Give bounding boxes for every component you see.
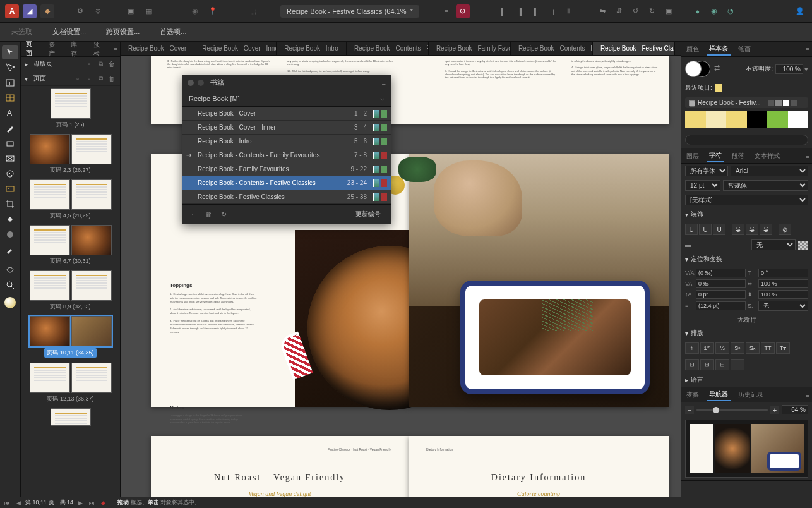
reset-deco-button[interactable]: ⊘	[779, 224, 791, 235]
tab-paragraph[interactable]: 段落	[729, 150, 747, 162]
picture-frame-tool[interactable]	[2, 152, 18, 166]
fill-color-well[interactable]	[685, 61, 702, 77]
node-tool[interactable]	[2, 61, 18, 75]
typo-btn[interactable]: ⊡	[685, 359, 699, 370]
thumb-size-icon[interactable]: ▫	[73, 74, 82, 83]
del-page-icon[interactable]: 🗑	[107, 74, 116, 83]
swatch[interactable]	[726, 111, 747, 128]
page-thumb[interactable]: 页码 8,9 (32,33)	[23, 270, 117, 311]
doc-tab[interactable]: Recipe Book - Festive Clas...	[593, 42, 675, 55]
color-well-tool[interactable]	[2, 296, 18, 310]
doc-tab[interactable]: Recipe Book - Contents - F...	[347, 42, 429, 55]
last-page-button[interactable]: ⏭	[87, 499, 96, 507]
doc-tab[interactable]: Recipe Book - Intro	[277, 42, 347, 55]
rotate-cw-icon[interactable]: ↻	[645, 4, 659, 18]
prev-page-button[interactable]: ◀	[14, 499, 23, 507]
font-group-select[interactable]: 所有字体	[685, 166, 728, 176]
transparency-tool[interactable]	[2, 227, 18, 241]
flip-v-icon[interactable]: ⇵	[612, 4, 626, 18]
preferences-button[interactable]: 首选项...	[155, 25, 191, 39]
cloud-3-icon[interactable]: ◔	[724, 4, 737, 18]
cloud-1-icon[interactable]: ●	[691, 4, 705, 18]
book-chapter-item[interactable]: Recipe Book - Contents - Festive Classic…	[182, 176, 391, 190]
page-thumb[interactable]: 页码 12,13 (36,37)	[23, 363, 117, 403]
char-style-select[interactable]: [无样式]	[685, 195, 808, 205]
language-section[interactable]: ▸语言	[681, 373, 812, 387]
doc-tab[interactable]: Recipe Book - Cover	[121, 42, 194, 55]
tab-character[interactable]: 字符	[707, 150, 724, 162]
page-thumb[interactable]: 页码 10,11 (34,35)	[23, 316, 117, 358]
recent-swatch[interactable]	[715, 84, 722, 92]
page-thumb[interactable]: 页码 1 (25)	[23, 88, 117, 129]
tab-color[interactable]: 颜色	[684, 44, 702, 55]
pin-icon[interactable]: 📍	[206, 4, 220, 18]
bg-color-well[interactable]	[798, 241, 808, 250]
delete-chapter-button[interactable]: 🗑	[203, 209, 214, 220]
preflight-status-icon[interactable]: ◆	[99, 499, 107, 507]
zoom-out-button[interactable]: −	[685, 406, 694, 414]
dist-v-icon[interactable]: ⫴	[562, 4, 576, 18]
navigator-preview[interactable]	[685, 420, 808, 478]
zoom-tool[interactable]	[2, 278, 18, 292]
kerning-input[interactable]	[696, 279, 746, 288]
font-size-select[interactable]: 12 pt	[685, 180, 720, 191]
tab-assets[interactable]: 资产	[46, 39, 64, 59]
variant-select[interactable]: 无	[758, 301, 808, 311]
font-weight-select[interactable]: 常规体	[723, 180, 808, 191]
tab-preflight[interactable]: 预检	[91, 39, 109, 59]
swatch-search-input[interactable]	[685, 135, 808, 145]
tab-history[interactable]: 历史记录	[736, 389, 766, 401]
underline2-button[interactable]: U	[699, 224, 712, 235]
doc-tab[interactable]: Recipe Book - Contents - F...	[511, 42, 593, 55]
book-chapter-item[interactable]: ⇢Recipe Book - Contents - Family Favouri…	[182, 148, 391, 162]
rotate-ccw-icon[interactable]: ↺	[629, 4, 643, 18]
next-page-button[interactable]: ▶	[76, 499, 85, 507]
typo-more-button[interactable]: …	[731, 359, 744, 370]
titling-button[interactable]: TT	[761, 342, 775, 354]
align-right-icon[interactable]: ▌	[529, 4, 543, 18]
fill-tool[interactable]	[2, 212, 18, 226]
sub-button[interactable]: Sₙ	[746, 342, 760, 354]
typo-btn[interactable]: ⊟	[715, 359, 729, 370]
swatch[interactable]	[685, 111, 706, 128]
page-thumb[interactable]	[23, 408, 117, 426]
align-center-icon[interactable]: ▐	[513, 4, 527, 18]
ordinal-button[interactable]: 1ˢᵗ	[700, 342, 714, 354]
swap-colors-icon[interactable]: ⇄	[714, 64, 724, 74]
book-chapter-item[interactable]: Recipe Book - Cover - Inner3 - 4	[182, 121, 391, 135]
typography-section[interactable]: ▾排版	[681, 326, 812, 340]
add-chapter-button[interactable]: ▫	[188, 209, 199, 220]
persona-designer-icon[interactable]: ◢	[23, 4, 37, 18]
underline3-button[interactable]: U	[713, 224, 725, 235]
zoom-in-button[interactable]: +	[770, 406, 779, 414]
panel-menu-icon[interactable]: ≡	[806, 45, 809, 53]
master-pages-header[interactable]: ▸ 母版页 ▫ ⧉ 🗑	[21, 57, 120, 71]
book-file-row[interactable]: Recipe Book [M] ⌵	[182, 90, 391, 107]
page-thumb[interactable]: 页码 2,3 (26,27)	[23, 134, 117, 174]
artistic-text-tool[interactable]: A	[2, 106, 18, 120]
tab-transform[interactable]: 变换	[684, 389, 702, 401]
pen-tool[interactable]	[2, 121, 18, 135]
swatch-palette-chip[interactable]: ▤ Recipe Book - Festiv...	[685, 97, 808, 108]
panel-menu-icon[interactable]: ≡	[806, 152, 809, 160]
panel-menu-icon[interactable]: ≡	[806, 391, 809, 399]
tab-text-styles[interactable]: 文本样式	[752, 150, 782, 162]
baseline-icon[interactable]: ≡	[439, 4, 453, 18]
tab-stock[interactable]: 库存	[68, 39, 86, 59]
shape-tool[interactable]	[2, 136, 18, 150]
smallcaps-button[interactable]: Tᴛ	[776, 342, 790, 354]
tracking-input[interactable]	[696, 269, 746, 277]
move-tool[interactable]	[2, 45, 18, 59]
stamp-tool[interactable]	[2, 167, 18, 181]
vector-crop-tool[interactable]	[2, 197, 18, 211]
pages-header[interactable]: ▾ 页面 ▫ ▫ ⧉ 🗑	[21, 71, 120, 86]
add-page-icon[interactable]: ▫	[85, 74, 93, 83]
frame-text-tool[interactable]: T	[2, 76, 18, 90]
tab-navigator[interactable]: 导航器	[707, 389, 731, 401]
zoom-slider[interactable]	[696, 409, 768, 411]
decorations-section[interactable]: ▾装饰	[681, 207, 812, 221]
deco-none-select[interactable]: 无	[751, 239, 796, 250]
underline-button[interactable]: U	[685, 224, 698, 235]
place-image-tool[interactable]	[2, 182, 18, 196]
strike2-button[interactable]: S	[746, 224, 758, 235]
